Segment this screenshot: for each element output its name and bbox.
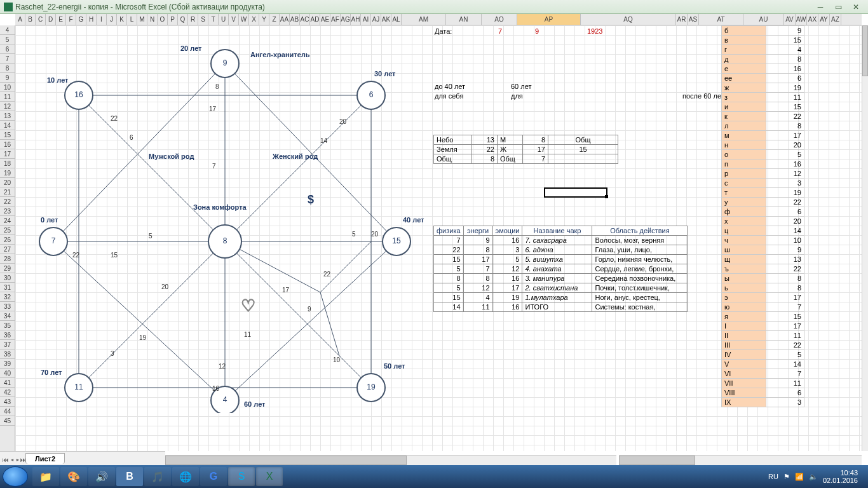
tray-network-icon[interactable]: 📶 [795, 473, 804, 481]
h-scroll-left[interactable] [165, 455, 616, 465]
explorer-icon[interactable]: 📁 [32, 467, 59, 486]
date-year: 1923 [587, 27, 602, 35]
date-day: 7 [498, 27, 502, 35]
svg-text:6: 6 [369, 90, 374, 99]
system-tray[interactable]: RU ⚑ 📶 🔈 10:43 02.01.2016 [768, 469, 865, 484]
matrix-diagram: 9 6 15 19 4 11 7 16 8 0 лет 10 лет 20 ле… [22, 38, 428, 413]
svg-text:7: 7 [51, 236, 56, 245]
svg-text:8: 8 [215, 83, 219, 90]
svg-text:10 лет: 10 лет [47, 76, 69, 84]
svg-text:Ангел-хранитель: Ангел-хранитель [250, 51, 310, 58]
date-month: 9 [535, 27, 539, 35]
svg-text:70 лет: 70 лет [41, 369, 62, 376]
chakra-table: физикаэнергиэмоцииНазвание чакрОбласть д… [433, 226, 688, 312]
period-for: для [511, 92, 523, 100]
svg-line-7 [320, 241, 371, 292]
close-button[interactable]: ✕ [848, 2, 864, 12]
maximize-button[interactable]: ▭ [830, 2, 846, 12]
sheet-nav-buttons[interactable]: ⏮ ◀ ▶ ⏭ [3, 456, 27, 463]
cell-grid[interactable]: 9 6 15 19 4 11 7 16 8 0 лет 10 лет 20 ле… [15, 25, 862, 451]
start-button[interactable] [3, 466, 28, 487]
period-1: до 40 лет [435, 83, 465, 90]
svg-text:19: 19 [139, 334, 147, 341]
clock[interactable]: 10:43 02.01.2016 [823, 469, 858, 484]
svg-text:16: 16 [74, 90, 83, 99]
svg-text:Зона комфорта: Зона комфорта [193, 203, 247, 211]
svg-text:11: 11 [74, 383, 83, 391]
svg-text:8: 8 [223, 236, 227, 245]
svg-text:♡: ♡ [241, 296, 255, 315]
skype-icon[interactable]: S [228, 467, 255, 486]
svg-text:5: 5 [149, 233, 153, 240]
svg-text:14: 14 [320, 137, 328, 144]
vertical-scrollbar[interactable] [862, 25, 868, 451]
svg-text:30 лет: 30 лет [374, 70, 396, 78]
svg-text:19: 19 [367, 383, 376, 391]
svg-text:Мужской род: Мужской род [149, 152, 194, 160]
svg-text:50 лет: 50 лет [384, 362, 405, 370]
svg-text:12: 12 [219, 363, 226, 370]
svg-text:5: 5 [352, 231, 356, 238]
lang-indicator[interactable]: RU [768, 473, 778, 480]
music-icon[interactable]: 🎵 [144, 467, 171, 486]
chrome-icon[interactable]: 🌐 [172, 467, 199, 486]
svg-text:$: $ [308, 193, 314, 206]
svg-text:15: 15 [392, 236, 401, 245]
row-headers[interactable]: 4567891011121314151617181920212223242526… [0, 25, 15, 451]
svg-text:20: 20 [161, 283, 169, 290]
svg-text:17: 17 [209, 105, 217, 112]
active-cell[interactable] [544, 187, 607, 198]
svg-text:20: 20 [371, 231, 379, 238]
column-headers[interactable]: ABCDEFGHIJKLMNOPQRSTUVWXYZAAABACADAEAFAG… [15, 14, 862, 25]
letters-table: б9в15г4д8е16ее6ж19з11и15к22л8м17н20о5п16… [721, 25, 804, 407]
svg-text:11: 11 [244, 331, 252, 338]
excel-taskbar-icon[interactable]: X [256, 467, 283, 486]
svg-text:20 лет: 20 лет [180, 44, 202, 52]
svg-text:22: 22 [72, 252, 80, 259]
svg-text:60 лет: 60 лет [244, 400, 266, 408]
paint-icon[interactable]: 🎨 [60, 467, 87, 486]
summary-table: Небо13 М8 Общ Земля22 Ж17 15 Общ8 Общ7 [433, 135, 618, 164]
svg-text:6: 6 [130, 134, 133, 141]
period-3: после 60 лет [682, 92, 724, 100]
tray-volume-icon[interactable]: 🔈 [809, 473, 818, 481]
google-icon[interactable]: G [200, 467, 227, 486]
h-scroll-right[interactable] [619, 455, 862, 465]
taskbar[interactable]: 📁 🎨 🔊 B 🎵 🌐 G S X RU ⚑ 📶 🔈 10:43 02.01.2… [0, 465, 868, 488]
sheet-tabs[interactable]: ⏮ ◀ ▶ ⏭ Лист2 [0, 451, 165, 465]
minimize-button[interactable]: ─ [812, 2, 829, 12]
svg-text:0 лет: 0 лет [41, 216, 58, 224]
svg-text:3: 3 [111, 350, 114, 357]
period-2: 60 лет [511, 83, 532, 90]
worksheet: ABCDEFGHIJKLMNOPQRSTUVWXYZAAABACADAEAFAG… [0, 14, 868, 465]
media-icon[interactable]: 🔊 [88, 467, 115, 486]
date-label: Дата: [435, 27, 452, 35]
period-self: для себя [435, 92, 463, 100]
svg-text:4: 4 [223, 395, 227, 404]
svg-text:22: 22 [323, 271, 331, 278]
svg-text:9: 9 [308, 306, 311, 313]
excel-icon [4, 3, 13, 11]
svg-text:10: 10 [333, 356, 341, 363]
svg-text:40 лет: 40 лет [403, 216, 424, 224]
window-title: Raschet_22-energii - копия - Microsoft E… [15, 3, 265, 11]
svg-text:9: 9 [223, 58, 227, 67]
tray-flag-icon[interactable]: ⚑ [783, 473, 790, 481]
svg-text:15: 15 [111, 252, 118, 259]
svg-text:Женский род: Женский род [272, 152, 318, 160]
svg-text:7: 7 [212, 163, 216, 170]
svg-text:20: 20 [339, 118, 347, 125]
sheet-tab-active[interactable]: Лист2 [25, 453, 65, 464]
titlebar: Raschet_22-energii - копия - Microsoft E… [0, 0, 868, 14]
vk-icon[interactable]: B [116, 467, 143, 486]
svg-text:22: 22 [111, 115, 118, 122]
svg-text:17: 17 [282, 287, 290, 294]
svg-text:16: 16 [212, 385, 220, 392]
